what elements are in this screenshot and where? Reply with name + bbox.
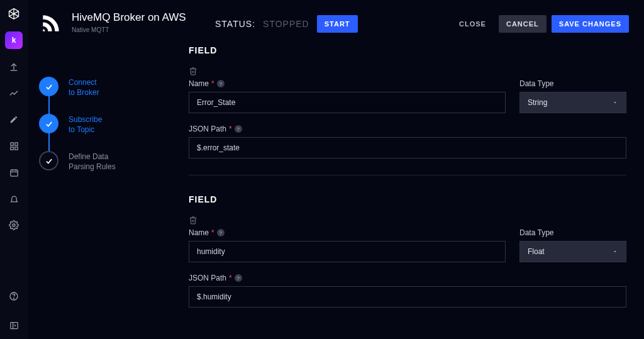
chevron-down-icon: [612, 248, 618, 255]
nav-connections-icon[interactable]: k: [5, 31, 23, 49]
close-button[interactable]: CLOSE: [452, 15, 494, 33]
datatype-select[interactable]: String: [519, 92, 626, 113]
status-label: STATUS:: [215, 19, 255, 29]
nav-bell-icon[interactable]: [5, 190, 23, 208]
field-section-title: FIELD: [189, 194, 626, 204]
help-icon[interactable]: ?: [217, 229, 225, 236]
jsonpath-input[interactable]: [189, 286, 626, 308]
save-changes-button[interactable]: SAVE CHANGES: [552, 15, 629, 33]
nav-gear-icon[interactable]: [5, 216, 23, 234]
name-label: Name*?: [189, 79, 506, 88]
datatype-label: Data Type: [519, 228, 626, 237]
svg-rect-4: [10, 142, 13, 145]
chevron-down-icon: [612, 99, 618, 106]
page-subtitle: Native MQTT: [72, 26, 186, 33]
svg-rect-15: [10, 322, 17, 328]
app-logo-icon[interactable]: [5, 5, 23, 23]
field-section-title: FIELD: [189, 45, 626, 55]
svg-rect-8: [10, 170, 17, 176]
datatype-select[interactable]: Float: [519, 241, 626, 262]
wizard-stepper: Connectto Broker Subscribeto Topic Defin…: [28, 36, 189, 339]
page-title: HiveMQ Broker on AWS: [72, 11, 186, 24]
help-icon[interactable]: ?: [217, 80, 225, 87]
jsonpath-label: JSON Path*?: [189, 274, 626, 282]
step-subscribe-topic[interactable]: Subscribeto Topic: [39, 114, 189, 151]
datatype-label: Data Type: [519, 79, 626, 88]
nav-edit-icon[interactable]: [5, 111, 23, 128]
step-connect-broker[interactable]: Connectto Broker: [39, 77, 189, 114]
jsonpath-input[interactable]: [189, 137, 626, 158]
nav-panel-icon[interactable]: [5, 316, 23, 334]
nav-grid-icon[interactable]: [5, 137, 23, 155]
delete-field-icon[interactable]: [189, 216, 197, 225]
svg-rect-7: [14, 147, 17, 149]
jsonpath-label: JSON Path*?: [189, 125, 626, 133]
nav-upload-icon[interactable]: [5, 58, 23, 75]
help-icon[interactable]: ?: [235, 274, 242, 282]
nav-help-icon[interactable]: [5, 287, 23, 305]
delete-field-icon[interactable]: [189, 67, 197, 75]
start-button[interactable]: START: [317, 15, 358, 33]
status-value: STOPPED: [263, 19, 309, 29]
broker-rss-icon: [39, 11, 64, 36]
field-divider: [189, 175, 626, 175]
name-input[interactable]: [189, 92, 506, 113]
step-parsing-rules[interactable]: Define DataParsing Rules: [39, 151, 189, 188]
cancel-button[interactable]: CANCEL: [499, 15, 547, 33]
help-icon[interactable]: ?: [235, 125, 242, 133]
svg-rect-6: [10, 147, 13, 149]
name-input[interactable]: [189, 241, 506, 262]
svg-rect-5: [14, 142, 17, 145]
name-label: Name*?: [189, 228, 506, 237]
svg-point-12: [13, 224, 15, 226]
nav-chart-icon[interactable]: [5, 84, 23, 102]
svg-point-14: [13, 298, 14, 299]
nav-calendar-icon[interactable]: [5, 164, 23, 181]
